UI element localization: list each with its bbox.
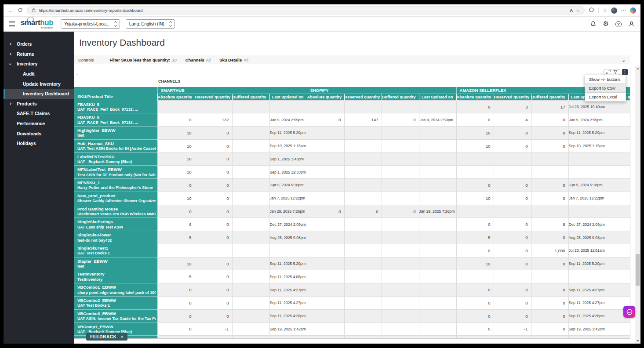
overflow-cell: [606, 166, 630, 179]
sku-cell: MFNSKU_1Harry Potter and the Philosopher…: [74, 179, 157, 192]
kebab-menu-icon[interactable]: ⋮: [622, 69, 628, 75]
sidebar-item-holidays[interactable]: Holidays: [4, 138, 74, 149]
filter-funnel-icon[interactable]: [613, 68, 618, 76]
sidebar-item-audit[interactable]: Audit: [4, 69, 74, 79]
value-cell: 0: [531, 283, 568, 297]
refresh-icon[interactable]: [18, 7, 23, 14]
sidebar-item-update-inventory[interactable]: Update Inventory: [4, 79, 74, 89]
sidebar-item-products[interactable]: Products: [4, 99, 74, 109]
sidebar-item-label: Downloads: [17, 131, 41, 136]
sidebar-item-returns[interactable]: Returns: [4, 49, 74, 59]
table-row: SingleSkuTest1UAT Test Books 1001,000Jul…: [74, 244, 630, 257]
value-cell: [382, 152, 419, 166]
value-cell: [419, 192, 456, 205]
collapse-chevron-icon[interactable]: [623, 58, 626, 62]
value-cell: 0: [157, 113, 195, 127]
value-cell: 0: [195, 152, 232, 166]
value-cell: [382, 166, 419, 179]
column-header-smarthub-last-updated-on: Last updated on: [269, 94, 307, 101]
value-cell: 0: [195, 139, 232, 152]
sku-cell: FBASKU_6UAT_RACE_Perf_Book_07134: ...: [74, 113, 157, 127]
read-aloud-icon[interactable]: A: [570, 8, 573, 13]
value-cell: [419, 152, 456, 166]
table-row: Stapler_EBWWtest100Sep 11, 2025 5:20pm10…: [74, 257, 630, 270]
value-cell: [344, 101, 382, 113]
value-cell: [382, 127, 419, 140]
back-icon[interactable]: ←: [8, 7, 14, 13]
help-icon[interactable]: ?: [615, 21, 622, 27]
sidebar-item-inventory[interactable]: Inventory: [4, 59, 74, 69]
hamburger-menu-icon[interactable]: [9, 22, 15, 26]
table-row: SingleSkuEaringsUAT Easy ship Test ASIN6…: [74, 218, 630, 231]
sidebar-item-inventory-dashboard[interactable]: Inventory Dashboard: [4, 89, 74, 99]
value-cell: 0: [195, 231, 232, 244]
avatar[interactable]: [611, 7, 617, 14]
collections-star-icon[interactable]: ☆: [603, 7, 607, 13]
value-cell: 0: [456, 296, 494, 309]
expand-icon[interactable]: [606, 68, 611, 76]
column-header-amazon-sellerflex-buffered-quantity: Buffered quantity: [531, 94, 568, 101]
sidebar-item-label: Audit: [23, 71, 35, 76]
value-cell: Sep 11, 2025 4:26pm: [269, 309, 307, 323]
main-content: Inventory Dashboard Controls Filter SKUs…: [74, 32, 640, 344]
menu-item-export-to-excel[interactable]: Export to Excel: [585, 93, 626, 101]
overflow-cell: [606, 218, 630, 231]
value-cell: [419, 218, 456, 231]
smarthub-logo[interactable]: smarthub by amazon: [21, 19, 53, 29]
sidebar-item-performance[interactable]: Performance: [4, 119, 74, 129]
table-row: VBCombo2_EBWWUAT Test Books 100Sep 11, 2…: [74, 296, 630, 309]
value-cell: [232, 336, 269, 339]
value-cell: 0: [494, 218, 531, 231]
stepper-icon: [115, 22, 116, 26]
value-cell: [307, 218, 344, 231]
overflow-cell: [606, 270, 630, 283]
channel-group-shopify: SHOPIFY: [307, 87, 456, 94]
language-selector-value: Lang: English (IN): [129, 22, 164, 26]
language-selector[interactable]: Lang: English (IN): [126, 19, 175, 29]
scroll-up-icon[interactable]: [635, 66, 640, 71]
account-person-icon[interactable]: [628, 21, 635, 27]
value-cell: 10: [157, 166, 195, 179]
sidebar-item-label: Update Inventory: [23, 81, 61, 87]
value-cell: Jan 9, 2024 2:59pm: [419, 113, 456, 127]
value-cell: 0: [195, 218, 232, 231]
floating-extension-button[interactable]: [623, 306, 635, 318]
value-cell: 0: [307, 113, 344, 127]
sidebar-item-safe-t-claims[interactable]: SAFE-T Claims: [4, 109, 74, 119]
overflow-cell: [606, 336, 630, 339]
address-bar[interactable]: https://smarthub.amazon.in/inventory-rep…: [27, 6, 585, 14]
settings-gear-icon[interactable]: ⚙: [603, 21, 609, 27]
value-cell: 0: [195, 283, 232, 297]
sidebar-item-downloads[interactable]: Downloads: [4, 128, 74, 138]
scroll-down-icon[interactable]: [635, 338, 640, 344]
copilot-icon[interactable]: [630, 7, 636, 14]
scrollbar-thumb[interactable]: [636, 254, 640, 286]
vertical-scrollbar[interactable]: [635, 66, 640, 344]
url-text[interactable]: https://smarthub.amazon.in/inventory-rep…: [39, 8, 567, 13]
value-cell: [382, 336, 419, 339]
filter-sku-details[interactable]: Sku DetailsAll: [219, 58, 248, 62]
sidebar-item-orders[interactable]: Orders: [4, 39, 74, 49]
sku-cell: New_prod_productShower Caddy Adhesive Sh…: [74, 192, 157, 205]
extension-icon[interactable]: [589, 7, 594, 14]
more-dots-icon[interactable]: ⋯: [621, 7, 626, 13]
inventory-table: SKU/Product TitleSMARTHUBSHOPIFYAMAZON S…: [74, 87, 630, 339]
site-info-icon[interactable]: [32, 8, 36, 13]
filter-skus-quantity[interactable]: Filter SKUs less than quantity:10: [109, 58, 176, 62]
value-cell: 0: [157, 296, 195, 309]
sku-cell: SingleSkuEaringsUAT Easy ship Test ASIN: [74, 218, 157, 231]
value-cell: 0: [157, 309, 195, 323]
value-cell: [494, 152, 531, 166]
value-cell: [382, 192, 419, 205]
filter-channels[interactable]: ChannelsAll: [186, 58, 211, 62]
value-cell: Sep 10, 2025 1:15pm: [568, 139, 606, 152]
close-icon[interactable]: ×: [120, 334, 124, 339]
value-cell: [157, 244, 195, 257]
menu-item-show-buttons[interactable]: Show +/- buttons: [585, 75, 626, 83]
favorite-star-icon[interactable]: ☆: [576, 8, 580, 13]
menu-item-export-to-csv[interactable]: Export to CSV: [585, 83, 626, 93]
account-selector[interactable]: Yojaka-prodtest-Loca...: [61, 19, 120, 29]
feedback-button[interactable]: FEEDBACK ×: [86, 333, 127, 341]
value-cell: [195, 101, 232, 113]
notifications-bell-icon[interactable]: [590, 21, 597, 27]
